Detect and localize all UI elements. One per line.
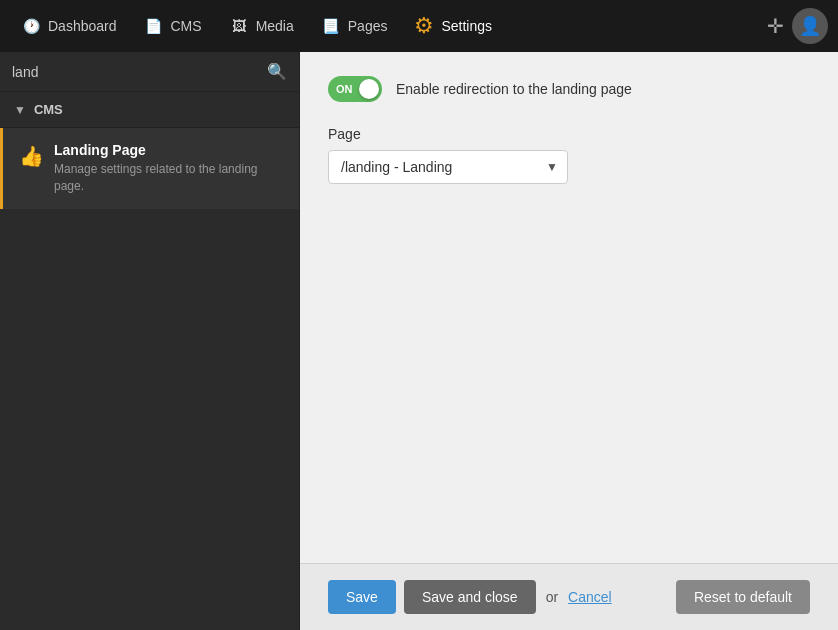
page-label: Page bbox=[328, 126, 810, 142]
nav-pages[interactable]: 📃 Pages bbox=[310, 9, 398, 43]
cms-section-header[interactable]: ▼ CMS bbox=[0, 92, 299, 128]
sidebar-item-title: Landing Page bbox=[54, 142, 283, 158]
toggle-row: ON Enable redirection to the landing pag… bbox=[328, 76, 810, 102]
page-select[interactable]: /landing - Landing /home - Home /about -… bbox=[328, 150, 568, 184]
sidebar-item-desc: Manage settings related to the landing p… bbox=[54, 161, 283, 195]
toggle-label: ON bbox=[336, 83, 353, 95]
page-select-wrapper: /landing - Landing /home - Home /about -… bbox=[328, 150, 568, 184]
save-and-close-button[interactable]: Save and close bbox=[404, 580, 536, 614]
content-footer: Save Save and close or Cancel Reset to d… bbox=[300, 563, 838, 630]
chevron-down-icon: ▼ bbox=[14, 103, 26, 117]
search-input[interactable] bbox=[12, 64, 261, 80]
toggle-knob bbox=[359, 79, 379, 99]
crosshair-icon[interactable]: ✛ bbox=[767, 14, 784, 38]
media-icon: 🖼 bbox=[228, 15, 250, 37]
nav-dashboard-label: Dashboard bbox=[48, 18, 117, 34]
nav-media[interactable]: 🖼 Media bbox=[218, 9, 304, 43]
thumbs-up-icon: 👍 bbox=[19, 144, 44, 168]
avatar[interactable]: 👤 bbox=[792, 8, 828, 44]
dashboard-icon: 🕐 bbox=[20, 15, 42, 37]
nav-dashboard[interactable]: 🕐 Dashboard bbox=[10, 9, 127, 43]
content-body: ON Enable redirection to the landing pag… bbox=[300, 52, 838, 563]
cms-section-label: CMS bbox=[34, 102, 63, 117]
toggle-switch[interactable]: ON bbox=[328, 76, 382, 102]
search-icon[interactable]: 🔍 bbox=[267, 62, 287, 81]
or-label: or bbox=[546, 589, 558, 605]
cancel-button[interactable]: Cancel bbox=[568, 589, 612, 605]
cms-icon: 📄 bbox=[143, 15, 165, 37]
nav-cms[interactable]: 📄 CMS bbox=[133, 9, 212, 43]
save-button[interactable]: Save bbox=[328, 580, 396, 614]
topnav: 🕐 Dashboard 📄 CMS 🖼 Media 📃 Pages ⚙ Sett… bbox=[0, 0, 838, 52]
settings-icon: ⚙ bbox=[413, 15, 435, 37]
reset-to-default-button[interactable]: Reset to default bbox=[676, 580, 810, 614]
nav-pages-label: Pages bbox=[348, 18, 388, 34]
nav-media-label: Media bbox=[256, 18, 294, 34]
nav-tools: ✛ 👤 bbox=[767, 8, 828, 44]
search-bar: 🔍 bbox=[0, 52, 299, 92]
main-layout: 🔍 ▼ CMS 👍 Landing Page Manage settings r… bbox=[0, 52, 838, 630]
nav-settings[interactable]: ⚙ Settings bbox=[403, 9, 502, 43]
sidebar-item-text: Landing Page Manage settings related to … bbox=[54, 142, 283, 195]
toggle-description: Enable redirection to the landing page bbox=[396, 81, 632, 97]
content-area: ON Enable redirection to the landing pag… bbox=[300, 52, 838, 630]
nav-settings-label: Settings bbox=[441, 18, 492, 34]
pages-icon: 📃 bbox=[320, 15, 342, 37]
sidebar: 🔍 ▼ CMS 👍 Landing Page Manage settings r… bbox=[0, 52, 300, 630]
nav-cms-label: CMS bbox=[171, 18, 202, 34]
sidebar-item-landing-page[interactable]: 👍 Landing Page Manage settings related t… bbox=[0, 128, 299, 209]
